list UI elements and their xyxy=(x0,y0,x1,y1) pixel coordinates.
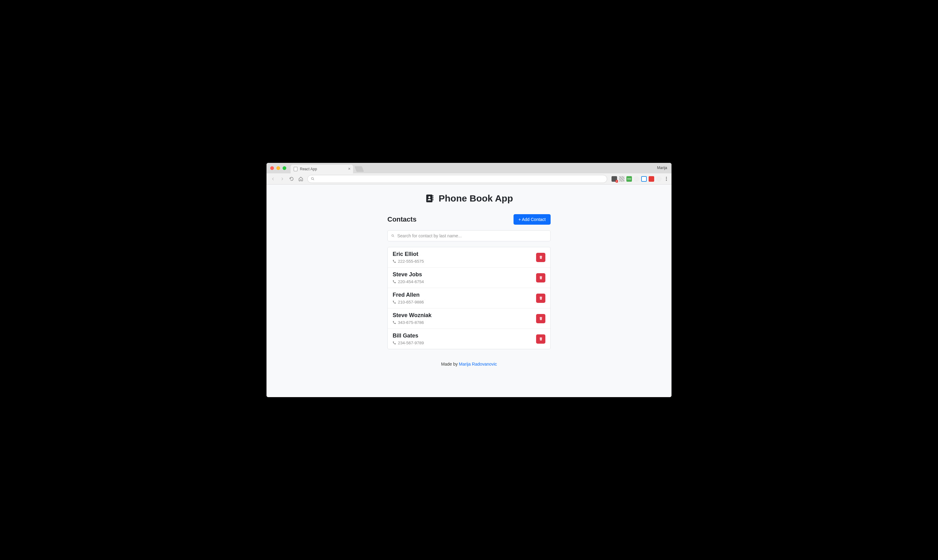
contact-phone: 220-454-6754 xyxy=(393,279,424,284)
svg-line-8 xyxy=(394,237,394,237)
window-controls xyxy=(270,166,286,170)
trash-icon xyxy=(539,255,543,259)
contact-phone: 343-675-8786 xyxy=(393,320,431,325)
extension-icon-2[interactable] xyxy=(619,176,624,182)
browser-toolbar: new xyxy=(266,173,672,185)
back-button[interactable] xyxy=(269,175,277,183)
new-tab-button[interactable] xyxy=(354,166,364,172)
tab-strip: React App × Marija xyxy=(266,163,672,173)
search-icon xyxy=(391,234,395,238)
svg-rect-2 xyxy=(426,195,432,202)
footer-author-link[interactable]: Marija Radovanovic xyxy=(459,362,497,366)
trash-icon xyxy=(539,276,543,280)
browser-window: React App × Marija new xyxy=(266,163,672,397)
contact-name: Eric Elliot xyxy=(393,251,424,257)
reload-icon xyxy=(289,177,294,182)
app-title: Phone Book App xyxy=(439,193,513,204)
svg-line-1 xyxy=(313,179,314,180)
delete-contact-button[interactable] xyxy=(536,294,545,303)
svg-point-7 xyxy=(392,235,394,237)
svg-rect-5 xyxy=(433,197,433,198)
svg-point-0 xyxy=(311,177,314,180)
trash-icon xyxy=(539,337,543,341)
svg-rect-6 xyxy=(433,199,433,201)
browser-tab[interactable]: React App × xyxy=(291,165,353,173)
contact-item: Fred Allen210-657-9886 xyxy=(388,288,550,308)
extension-icon-6[interactable] xyxy=(648,176,654,182)
extension-icon-4[interactable] xyxy=(634,176,639,182)
contact-phone: 234-567-9789 xyxy=(393,341,424,345)
arrow-left-icon xyxy=(271,177,276,182)
maximize-window-button[interactable] xyxy=(283,166,286,170)
trash-icon xyxy=(539,296,543,300)
contact-item: Eric Elliot222-555-6575 xyxy=(388,247,550,268)
contact-name: Steve Jobs xyxy=(393,271,424,278)
add-contact-button[interactable]: + Add Contact xyxy=(513,214,551,225)
contacts-heading: Contacts xyxy=(387,215,416,223)
app-header: Phone Book App xyxy=(266,193,672,204)
delete-contact-button[interactable] xyxy=(536,334,545,344)
extension-icon-3[interactable]: new xyxy=(626,176,632,182)
contact-name: Fred Allen xyxy=(393,292,424,298)
svg-point-3 xyxy=(428,196,430,198)
delete-contact-button[interactable] xyxy=(536,314,545,323)
contact-phone: 210-657-9886 xyxy=(393,300,424,305)
profile-name[interactable]: Marija xyxy=(657,166,667,170)
arrow-right-icon xyxy=(280,177,285,182)
phone-icon xyxy=(393,280,396,283)
contact-phone-number: 222-555-6575 xyxy=(398,259,424,264)
page-content: Phone Book App Contacts + Add Contact Er… xyxy=(266,185,672,397)
contact-phone: 222-555-6575 xyxy=(393,259,424,264)
search-input[interactable] xyxy=(397,233,547,238)
phone-icon xyxy=(393,300,396,304)
address-bar[interactable] xyxy=(307,175,607,183)
contact-list: Eric Elliot222-555-6575Steve Jobs220-454… xyxy=(387,247,551,349)
address-book-icon xyxy=(425,194,434,203)
phone-icon xyxy=(393,321,396,324)
contact-item: Steve Wozniak343-675-8786 xyxy=(388,308,550,329)
contact-phone-number: 220-454-6754 xyxy=(398,279,424,284)
close-window-button[interactable] xyxy=(270,166,274,170)
minimize-window-button[interactable] xyxy=(276,166,280,170)
contact-phone-number: 343-675-8786 xyxy=(398,320,424,325)
extension-icon-7[interactable] xyxy=(656,176,662,182)
contact-name: Steve Wozniak xyxy=(393,312,431,318)
home-button[interactable] xyxy=(297,175,305,183)
forward-button[interactable] xyxy=(278,175,286,183)
contact-phone-number: 210-657-9886 xyxy=(398,300,424,305)
reload-button[interactable] xyxy=(288,175,296,183)
contact-phone-number: 234-567-9789 xyxy=(398,341,424,345)
contact-item: Bill Gates234-567-9789 xyxy=(388,329,550,349)
phone-icon xyxy=(393,341,396,345)
tab-title: React App xyxy=(300,167,317,171)
delete-contact-button[interactable] xyxy=(536,253,545,262)
search-box[interactable] xyxy=(387,230,551,242)
extension-icon-1[interactable] xyxy=(611,176,617,182)
extension-icons: new xyxy=(611,176,669,182)
footer-prefix: Made by xyxy=(441,362,459,366)
trash-icon xyxy=(539,317,543,320)
more-menu-button[interactable] xyxy=(664,177,669,181)
extension-icon-5[interactable] xyxy=(641,176,647,182)
home-icon xyxy=(298,177,303,182)
close-tab-button[interactable]: × xyxy=(348,166,351,171)
contact-name: Bill Gates xyxy=(393,332,424,339)
svg-rect-4 xyxy=(433,195,433,197)
phone-icon xyxy=(393,260,396,263)
contact-item: Steve Jobs220-454-6754 xyxy=(388,268,550,288)
footer: Made by Marija Radovanovic xyxy=(387,362,551,366)
delete-contact-button[interactable] xyxy=(536,273,545,283)
contacts-header: Contacts + Add Contact xyxy=(387,214,551,225)
search-icon xyxy=(311,177,315,181)
document-icon xyxy=(294,167,297,171)
